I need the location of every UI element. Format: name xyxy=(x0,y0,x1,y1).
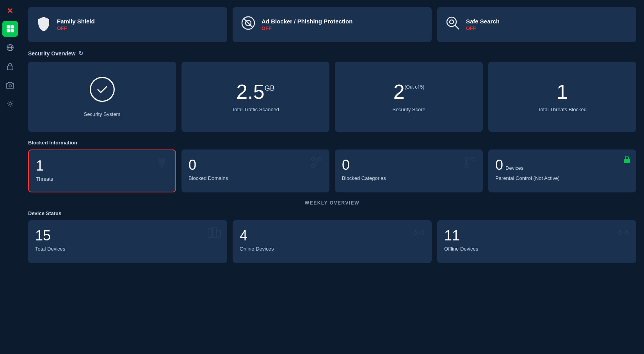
device-status-title: Device Status xyxy=(28,210,636,216)
lock-icon xyxy=(623,155,631,166)
total-traffic-unit: GB xyxy=(265,85,275,92)
blocked-information-section: Blocked Information 1 Threats xyxy=(28,140,636,192)
svg-point-26 xyxy=(472,157,475,160)
svg-rect-7 xyxy=(7,66,13,70)
threats-bg-icon xyxy=(154,156,170,175)
security-score-card[interactable]: 2 (Out of 5) Security Score xyxy=(335,62,483,132)
svg-point-27 xyxy=(465,164,468,167)
blocked-info-title: Blocked Information xyxy=(28,140,636,146)
family-shield-title: Family Shield xyxy=(57,18,95,25)
svg-point-39 xyxy=(618,231,621,235)
family-shield-card[interactable]: Family Shield OFF xyxy=(28,7,227,42)
svg-point-19 xyxy=(311,157,315,160)
device-status-section: Device Status 15 Total Devices xyxy=(28,210,636,263)
svg-point-9 xyxy=(9,103,11,105)
svg-rect-1 xyxy=(11,25,14,28)
svg-point-18 xyxy=(163,158,165,160)
blocked-categories-card[interactable]: 0 Blocked Categories xyxy=(335,149,483,192)
offline-devices-card[interactable]: 11 Offline Devices xyxy=(437,220,636,263)
blocked-domains-label: Blocked Domains xyxy=(189,175,322,181)
svg-point-20 xyxy=(318,157,322,160)
threats-label: Threats xyxy=(36,176,168,182)
parental-control-label-inline: Devices xyxy=(505,165,523,171)
total-threats-value: 1 xyxy=(557,82,568,102)
total-threats-card[interactable]: 1 Total Threats Blocked xyxy=(488,62,636,132)
threats-value: 1 xyxy=(36,158,168,174)
svg-rect-32 xyxy=(212,227,216,237)
ad-blocker-status: OFF xyxy=(262,25,352,31)
svg-point-34 xyxy=(414,231,417,235)
blocked-domains-value: 0 xyxy=(189,157,322,173)
sidebar-item-camera[interactable] xyxy=(2,77,18,93)
offline-devices-label: Offline Devices xyxy=(444,246,629,252)
weekly-overview-label: WEEKLY OVERVIEW xyxy=(28,200,636,206)
svg-line-24 xyxy=(315,159,318,166)
total-threats-label: Total Threats Blocked xyxy=(538,107,587,112)
safe-search-card[interactable]: Safe Search OFF xyxy=(437,7,636,42)
sidebar-item-lock[interactable] xyxy=(2,59,18,74)
online-devices-label: Online Devices xyxy=(240,246,425,252)
total-devices-card[interactable]: 15 Total Devices xyxy=(28,220,227,263)
blocked-categories-label: Blocked Categories xyxy=(342,175,476,181)
svg-rect-2 xyxy=(7,29,10,32)
parental-control-label: Parental Control (Not Active) xyxy=(495,175,629,181)
family-shield-status: OFF xyxy=(57,25,95,31)
ad-blocker-card[interactable]: Ad Blocker / Phishing Protection OFF xyxy=(233,7,432,42)
svg-point-13 xyxy=(447,17,456,27)
svg-point-17 xyxy=(158,158,161,160)
sidebar-item-globe[interactable] xyxy=(2,40,18,55)
security-system-card[interactable]: Security System xyxy=(28,62,176,132)
parental-control-card[interactable]: 0 Devices Parental Control (Not Active) xyxy=(488,149,636,192)
security-score-label: Security Score xyxy=(392,107,425,112)
svg-point-40 xyxy=(625,231,628,235)
svg-rect-0 xyxy=(7,25,10,28)
svg-rect-33 xyxy=(217,230,221,237)
offline-devices-bg-icon xyxy=(616,226,631,244)
online-devices-bg-icon xyxy=(411,226,426,244)
total-traffic-value: 2.5 xyxy=(236,82,264,102)
security-check-icon xyxy=(90,77,115,102)
svg-point-25 xyxy=(465,157,468,160)
total-traffic-label: Total Traffic Scanned xyxy=(232,107,279,112)
sidebar-item-settings[interactable] xyxy=(2,96,18,112)
overview-cards: Security System 2.5 GB Total Traffic Sca… xyxy=(28,62,636,132)
svg-line-11 xyxy=(244,18,253,28)
svg-point-35 xyxy=(421,231,424,235)
security-score-value: 2 xyxy=(393,82,405,102)
total-devices-value: 15 xyxy=(35,228,220,244)
family-shield-info: Family Shield OFF xyxy=(57,18,95,31)
security-overview-title: Security Overview xyxy=(28,50,75,57)
ad-blocker-title: Ad Blocker / Phishing Protection xyxy=(262,18,352,25)
sidebar: ✕ xyxy=(0,0,20,354)
blocked-categories-value: 0 xyxy=(342,157,476,173)
svg-point-21 xyxy=(311,164,315,167)
refresh-icon[interactable]: ↻ xyxy=(78,50,84,57)
svg-rect-31 xyxy=(208,229,212,237)
svg-rect-30 xyxy=(624,159,630,163)
svg-point-15 xyxy=(450,20,454,24)
total-devices-label: Total Devices xyxy=(35,246,220,252)
online-devices-card[interactable]: 4 Online Devices xyxy=(233,220,432,263)
device-cards: 15 Total Devices 4 Online Devices xyxy=(28,220,636,263)
svg-line-14 xyxy=(455,25,459,29)
sidebar-logo[interactable]: ✕ xyxy=(3,4,17,18)
total-devices-bg-icon xyxy=(207,226,222,244)
safe-search-status: OFF xyxy=(466,25,500,31)
total-traffic-card[interactable]: 2.5 GB Total Traffic Scanned xyxy=(181,62,329,132)
parental-control-value: 0 xyxy=(495,157,503,173)
family-shield-icon xyxy=(36,15,52,34)
ad-blocker-icon xyxy=(240,15,256,34)
threats-card[interactable]: 1 Threats xyxy=(28,149,176,192)
security-score-sup: (Out of 5) xyxy=(405,85,425,89)
security-overview-header: Security Overview ↻ xyxy=(28,50,636,57)
safe-search-info: Safe Search OFF xyxy=(466,18,500,31)
safe-search-icon xyxy=(445,15,461,34)
blocked-categories-bg-icon xyxy=(463,155,477,173)
svg-point-8 xyxy=(9,85,11,87)
blocked-cards: 1 Threats 0 Blocked Domains xyxy=(28,149,636,192)
sidebar-item-dashboard[interactable] xyxy=(2,21,18,37)
offline-devices-value: 11 xyxy=(444,228,629,244)
blocked-domains-card[interactable]: 0 Blocked Domains xyxy=(181,149,329,192)
online-devices-value: 4 xyxy=(240,228,425,244)
svg-rect-3 xyxy=(11,29,14,32)
